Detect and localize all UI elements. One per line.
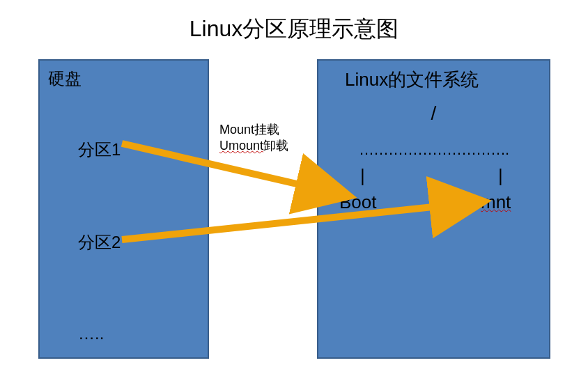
right-panel-filesystem: Linux的文件系统 / …………………………. | | Boot mnt	[317, 59, 550, 359]
umount-suffix: 卸载	[263, 139, 288, 153]
mnt-label: mnt	[481, 192, 511, 213]
left-panel-disk: 硬盘 分区1 分区2 …..	[38, 59, 209, 359]
filesystem-dots: ………………………….	[318, 141, 549, 159]
partition-1-label: 分区1	[78, 139, 121, 161]
filesystem-title-label: Linux的文件系统	[345, 68, 479, 92]
tree-pipe-right: |	[498, 165, 503, 187]
umount-word: Umount	[219, 139, 263, 153]
partition-2-label: 分区2	[78, 231, 121, 254]
root-slash-label: /	[318, 102, 549, 125]
boot-label: Boot	[339, 192, 377, 213]
diagram-title: Linux分区原理示意图	[0, 14, 588, 45]
disk-title-label: 硬盘	[48, 68, 82, 90]
partition-ellipsis: …..	[78, 324, 104, 343]
mount-label: Mount挂载	[219, 123, 279, 137]
tree-pipe-left: |	[360, 165, 365, 187]
mount-annotation: Mount挂载 Umount卸载	[219, 122, 288, 153]
